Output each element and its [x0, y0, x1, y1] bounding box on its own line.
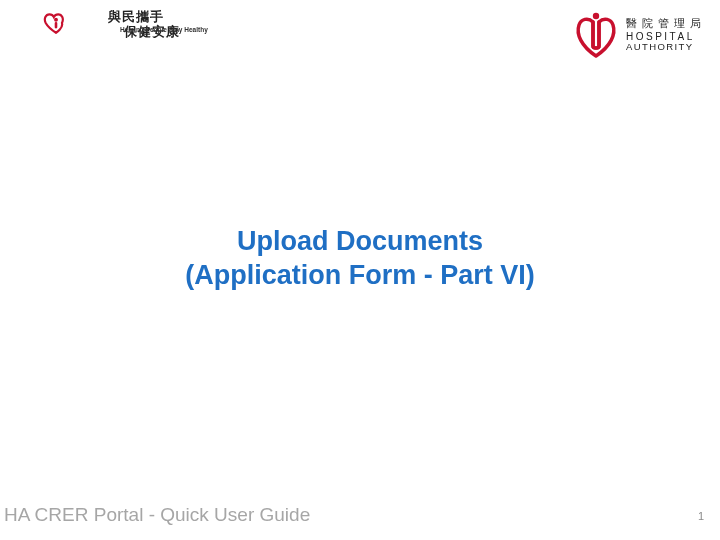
logo-right-text: 醫院管理局 HOSPITAL AUTHORITY [626, 17, 706, 53]
svg-point-0 [54, 18, 58, 22]
heart-person-icon [43, 10, 69, 36]
logo-right: 醫院管理局 HOSPITAL AUTHORITY [574, 10, 706, 60]
title-line-2: (Application Form - Part VI) [0, 259, 720, 293]
logo-left-english: Helping People Stay Healthy [120, 26, 208, 33]
logo-left-text: 與民攜手 保健安康 Helping People Stay Healthy [108, 10, 180, 40]
svg-point-2 [593, 13, 599, 19]
page-number: 1 [698, 510, 704, 522]
logo-left-chinese-1: 與民攜手 [108, 10, 180, 25]
slide-header: 與民攜手 保健安康 Helping People Stay Healthy 醫院… [0, 8, 720, 68]
logo-right-chinese: 醫院管理局 [626, 17, 706, 29]
title-line-1: Upload Documents [0, 225, 720, 259]
svg-rect-1 [55, 22, 58, 28]
hospital-authority-logo-icon [574, 10, 618, 60]
logo-right-english-2: AUTHORITY [626, 42, 706, 52]
people-icon [10, 10, 102, 36]
footer-label: HA CRER Portal - Quick User Guide [4, 504, 310, 526]
logo-left: 與民攜手 保健安康 Helping People Stay Healthy [10, 10, 180, 40]
slide-title: Upload Documents (Application Form - Par… [0, 225, 720, 293]
